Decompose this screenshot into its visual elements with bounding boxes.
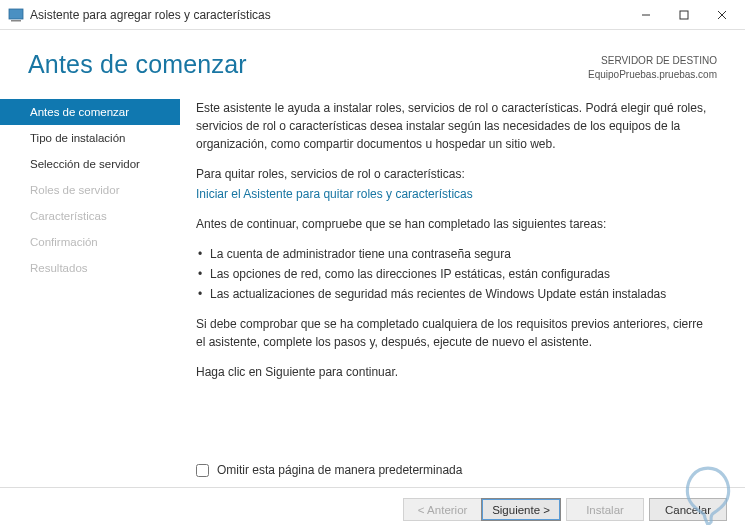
- svg-rect-3: [680, 11, 688, 19]
- wizard-content: Este asistente le ayuda a instalar roles…: [180, 93, 745, 481]
- verify-note: Si debe comprobar que se ha completado c…: [196, 315, 715, 351]
- window-title: Asistente para agregar roles y caracterí…: [30, 8, 627, 22]
- step-server-roles: Roles de servidor: [0, 177, 180, 203]
- list-item: La cuenta de administrador tiene una con…: [196, 245, 715, 263]
- maximize-button[interactable]: [665, 0, 703, 30]
- continue-hint: Haga clic en Siguiente para continuar.: [196, 363, 715, 381]
- intro-text: Este asistente le ayuda a instalar roles…: [196, 99, 715, 153]
- svg-rect-1: [11, 20, 21, 22]
- window-controls: [627, 0, 741, 30]
- previous-button: < Anterior: [403, 498, 481, 521]
- wizard-footer: < Anterior Siguiente > Instalar Cancelar: [0, 487, 745, 531]
- step-server-selection[interactable]: Selección de servidor: [0, 151, 180, 177]
- skip-page-row: Omitir esta página de manera predetermin…: [196, 463, 462, 477]
- step-results: Resultados: [0, 255, 180, 281]
- wizard-header: Antes de comenzar SERVIDOR DE DESTINO Eq…: [0, 30, 745, 93]
- page-title: Antes de comenzar: [28, 50, 247, 79]
- step-confirmation: Confirmación: [0, 229, 180, 255]
- list-item: Las actualizaciones de seguridad más rec…: [196, 285, 715, 303]
- step-features: Características: [0, 203, 180, 229]
- svg-rect-0: [9, 9, 23, 19]
- step-installation-type[interactable]: Tipo de instalación: [0, 125, 180, 151]
- cancel-button[interactable]: Cancelar: [649, 498, 727, 521]
- wizard-body: Antes de comenzar Tipo de instalación Se…: [0, 93, 745, 481]
- precheck-text: Antes de continuar, compruebe que se han…: [196, 215, 715, 233]
- remove-prompt: Para quitar roles, servicios de rol o ca…: [196, 165, 715, 183]
- server-manager-icon: [8, 7, 24, 23]
- install-button: Instalar: [566, 498, 644, 521]
- wizard-steps-sidebar: Antes de comenzar Tipo de instalación Se…: [0, 93, 180, 481]
- remove-roles-link[interactable]: Iniciar el Asistente para quitar roles y…: [196, 185, 715, 203]
- minimize-button[interactable]: [627, 0, 665, 30]
- nav-button-group: < Anterior Siguiente >: [403, 498, 561, 521]
- step-before-you-begin[interactable]: Antes de comenzar: [0, 99, 180, 125]
- next-button[interactable]: Siguiente >: [481, 498, 561, 521]
- server-label: SERVIDOR DE DESTINO: [588, 54, 717, 68]
- titlebar: Asistente para agregar roles y caracterí…: [0, 0, 745, 30]
- server-name: EquipoPruebas.pruebas.com: [588, 68, 717, 82]
- skip-page-label: Omitir esta página de manera predetermin…: [217, 463, 462, 477]
- close-button[interactable]: [703, 0, 741, 30]
- skip-page-checkbox[interactable]: [196, 464, 209, 477]
- list-item: Las opciones de red, como las direccione…: [196, 265, 715, 283]
- destination-server-info: SERVIDOR DE DESTINO EquipoPruebas.prueba…: [588, 50, 717, 81]
- prerequisite-list: La cuenta de administrador tiene una con…: [196, 245, 715, 303]
